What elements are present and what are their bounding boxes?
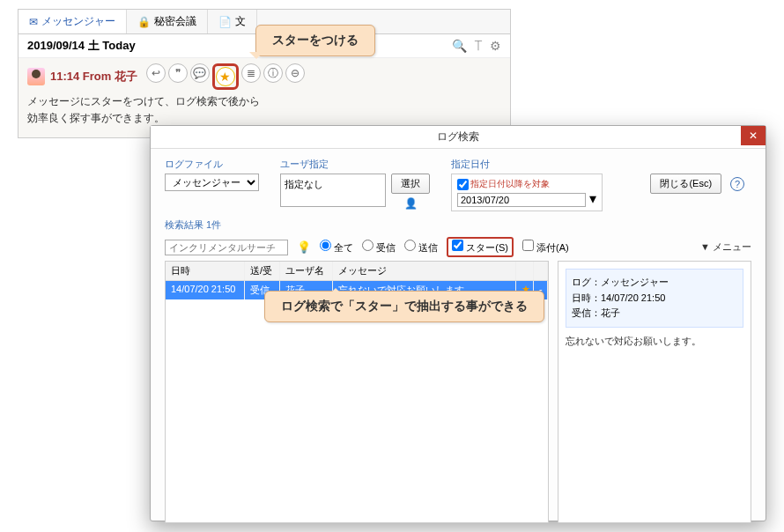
mail-icon: ✉: [29, 16, 38, 28]
date-after-check-input[interactable]: [457, 179, 469, 190]
filter-send[interactable]: 送信: [404, 240, 438, 255]
logfile-label: ログファイル: [165, 158, 259, 171]
message-line-1: メッセージにスターをつけて、ログ検索で後から: [27, 93, 501, 110]
message-body: メッセージにスターをつけて、ログ検索で後から 効率良く探す事ができます。: [27, 93, 501, 127]
detail-datetime: 日時：14/07/20 21:50: [572, 291, 737, 307]
date-group: 指定日付 指定日付以降を対象 ▾: [451, 158, 603, 211]
incremental-search-input[interactable]: [165, 240, 288, 255]
block-icon[interactable]: ⊖: [285, 63, 305, 83]
detail-recv: 受信：花子: [572, 306, 737, 321]
filter-row: 💡 全て 受信 送信 スター(S) 添付(A) ▼ メニュー: [151, 233, 766, 261]
detail-pane: ログ：メッセンジャー 日時：14/07/20 21:50 受信：花子 忘れないで…: [558, 261, 751, 523]
col-message[interactable]: メッセージ: [333, 262, 516, 280]
menu-dropdown[interactable]: ▼ メニュー: [700, 240, 751, 254]
detail-header: ログ：メッセンジャー 日時：14/07/20 21:50 受信：花子: [566, 269, 743, 328]
filter-star-highlight: スター(S): [447, 237, 514, 257]
filter-attach[interactable]: 添付(A): [522, 240, 569, 255]
filter-recv[interactable]: 受信: [362, 240, 396, 255]
cell-datetime: 14/07/20 21:50: [166, 281, 245, 299]
result-count: 検索結果 1件: [151, 217, 766, 233]
message-actions: ↩ ❞ 💬 ★ ≣ ⓘ ⊖: [146, 63, 305, 90]
detail-log: ログ：メッセンジャー: [572, 275, 737, 291]
dialog-title-bar: ログ検索 ✕: [151, 126, 766, 149]
chat-icon[interactable]: 💬: [190, 63, 210, 83]
avatar: [27, 68, 45, 85]
col-star: [516, 262, 534, 280]
user-group: ユーザ指定 指定なし 選択 👤: [280, 158, 430, 210]
date-after-checkbox[interactable]: 指定日付以降を対象: [457, 178, 596, 190]
tab-label: 文: [235, 14, 246, 29]
filter-radios: 全て 受信 送信 スター(S) 添付(A): [320, 237, 569, 257]
dialog-title: ログ検索: [437, 130, 479, 143]
star-button[interactable]: ★: [216, 67, 235, 86]
user-label: ユーザ指定: [280, 158, 430, 171]
tab-label: メッセンジャー: [41, 14, 115, 29]
list-icon[interactable]: ≣: [241, 63, 261, 83]
tab-secret[interactable]: 🔒 秘密会議: [127, 10, 208, 33]
logfile-select[interactable]: メッセンジャー: [165, 174, 259, 191]
reply-icon[interactable]: ↩: [146, 63, 166, 83]
star-highlight: ★: [212, 63, 239, 90]
detail-body: 忘れないで対応お願いします。: [566, 335, 743, 348]
search-icon[interactable]: 🔍: [452, 39, 467, 54]
date-toolbar: 🔍 ⟙ ⚙: [452, 39, 501, 54]
user-icon[interactable]: 👤: [391, 197, 430, 210]
date-label: 指定日付: [451, 158, 603, 171]
tab-messenger[interactable]: ✉ メッセンジャー: [18, 10, 127, 33]
tab-label: 秘密会議: [154, 14, 196, 29]
close-esc-button[interactable]: 閉じる(Esc): [650, 174, 721, 194]
date-text: 2019/09/14 土 Today: [27, 38, 136, 54]
bulb-icon[interactable]: 💡: [297, 240, 311, 254]
info-icon[interactable]: ⓘ: [263, 63, 283, 83]
user-field[interactable]: 指定なし: [280, 174, 386, 207]
filter-star[interactable]: スター(S): [452, 240, 508, 255]
col-user[interactable]: ユーザ名: [280, 262, 333, 280]
logfile-group: ログファイル メッセンジャー: [165, 158, 259, 191]
date-input[interactable]: [457, 193, 586, 207]
callout-star: スターをつける: [255, 25, 375, 56]
table-header: 日時 送/受 ユーザ名 メッセージ: [166, 262, 548, 281]
col-datetime[interactable]: 日時: [166, 262, 245, 280]
date-after-label: 指定日付以降を対象: [470, 178, 550, 190]
quote-icon[interactable]: ❞: [168, 63, 188, 83]
message-time-from: 11:14 From 花子: [50, 69, 137, 85]
select-user-button[interactable]: 選択: [391, 174, 430, 194]
log-search-dialog: ログ検索 ✕ ログファイル メッセンジャー ユーザ指定 指定なし 選択 👤 指定…: [150, 125, 766, 521]
lock-icon: 🔒: [137, 16, 151, 28]
tab-doc[interactable]: 📄 文: [208, 10, 257, 33]
help-icon[interactable]: ?: [730, 177, 744, 191]
up-icon[interactable]: ⟙: [474, 39, 483, 54]
col-sendrecv[interactable]: 送/受: [245, 262, 280, 280]
message-header: 11:14 From 花子 ↩ ❞ 💬 ★ ≣ ⓘ ⊖: [27, 63, 501, 90]
gear-icon[interactable]: ⚙: [490, 39, 501, 54]
dialog-controls: ログファイル メッセンジャー ユーザ指定 指定なし 選択 👤 指定日付 指定日付…: [151, 149, 766, 217]
doc-icon: 📄: [218, 16, 232, 28]
callout-filter: ログ検索で「スター」で抽出する事ができる: [264, 291, 544, 322]
col-expand: [534, 262, 548, 280]
close-icon[interactable]: ✕: [741, 126, 766, 145]
filter-all[interactable]: 全て: [320, 240, 353, 255]
